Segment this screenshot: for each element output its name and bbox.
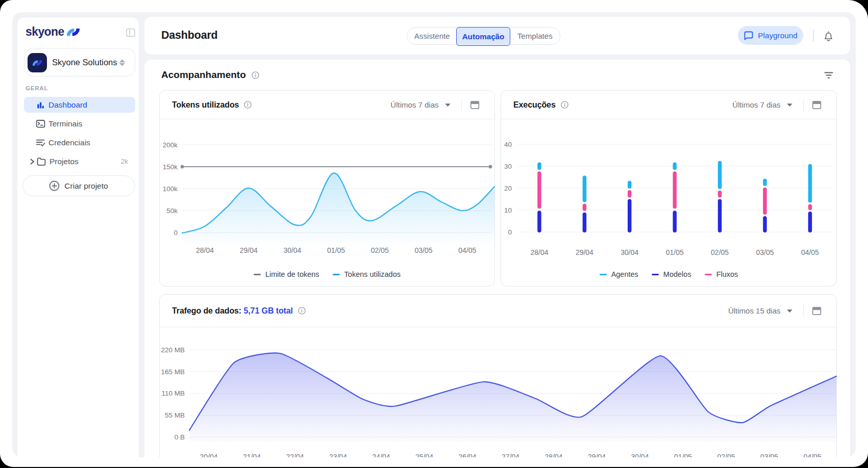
svg-text:04/05: 04/05 — [458, 246, 476, 254]
svg-text:03/05: 03/05 — [414, 246, 432, 254]
svg-text:20/04: 20/04 — [200, 453, 218, 457]
svg-text:0: 0 — [508, 228, 512, 236]
svg-text:10: 10 — [504, 206, 512, 214]
svg-text:22/04: 22/04 — [286, 453, 304, 457]
svg-text:220 MB: 220 MB — [161, 346, 185, 354]
svg-text:29/04: 29/04 — [588, 453, 606, 457]
svg-text:02/05: 02/05 — [711, 248, 729, 256]
svg-text:03/05: 03/05 — [756, 248, 774, 256]
svg-text:02/05: 02/05 — [717, 453, 735, 457]
svg-text:26/04: 26/04 — [459, 453, 477, 457]
svg-text:40: 40 — [504, 141, 512, 148]
svg-text:0 B: 0 B — [175, 433, 185, 441]
svg-text:100k: 100k — [163, 185, 178, 193]
svg-text:0: 0 — [173, 229, 178, 237]
svg-text:24/04: 24/04 — [373, 453, 390, 457]
svg-text:28/04: 28/04 — [545, 453, 563, 457]
svg-text:01/05: 01/05 — [674, 453, 692, 457]
svg-text:03/05: 03/05 — [760, 453, 778, 457]
svg-text:30/04: 30/04 — [631, 453, 649, 457]
svg-text:29/04: 29/04 — [240, 246, 258, 254]
svg-text:50k: 50k — [166, 207, 178, 215]
svg-text:30/04: 30/04 — [283, 246, 301, 254]
svg-text:200k: 200k — [163, 141, 178, 149]
svg-text:04/05: 04/05 — [804, 453, 822, 457]
svg-text:28/04: 28/04 — [196, 246, 214, 254]
svg-text:20: 20 — [504, 185, 512, 192]
svg-text:28/04: 28/04 — [530, 248, 548, 256]
svg-text:165 MB: 165 MB — [161, 368, 185, 376]
svg-text:30: 30 — [504, 163, 512, 170]
svg-text:110 MB: 110 MB — [161, 389, 185, 397]
svg-text:30/04: 30/04 — [621, 248, 638, 256]
svg-text:25/04: 25/04 — [415, 453, 433, 457]
svg-text:150k: 150k — [163, 163, 178, 171]
svg-text:01/05: 01/05 — [327, 246, 345, 254]
svg-text:23/04: 23/04 — [329, 453, 347, 457]
svg-text:55 MB: 55 MB — [165, 411, 185, 419]
svg-text:04/05: 04/05 — [801, 248, 819, 256]
svg-text:02/05: 02/05 — [371, 246, 389, 254]
svg-text:21/04: 21/04 — [243, 453, 261, 457]
svg-text:29/04: 29/04 — [576, 248, 593, 256]
svg-text:27/04: 27/04 — [502, 453, 519, 457]
svg-text:01/05: 01/05 — [666, 248, 684, 256]
